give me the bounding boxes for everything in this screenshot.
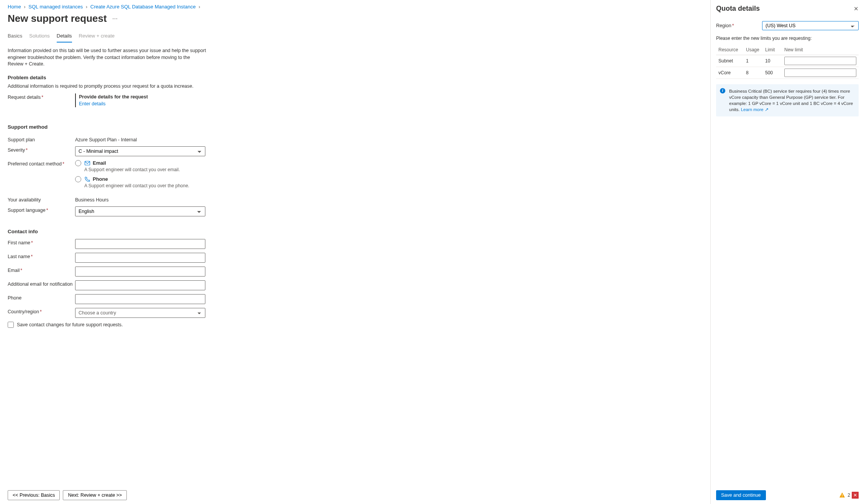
provide-details-text: Provide details for the request bbox=[79, 94, 205, 100]
wizard-footer: << Previous: Basics Next: Review + creat… bbox=[8, 490, 703, 500]
previous-button[interactable]: << Previous: Basics bbox=[8, 490, 60, 500]
support-language-label: Support language* bbox=[8, 206, 75, 213]
page-title: New support request bbox=[8, 13, 107, 25]
table-row: Subnet 1 10 bbox=[716, 55, 859, 67]
next-button[interactable]: Next: Review + create >> bbox=[63, 490, 127, 500]
col-usage: Usage bbox=[744, 45, 763, 55]
availability-label: Your availability bbox=[8, 196, 75, 203]
svg-rect-2 bbox=[842, 496, 843, 497]
quota-details-panel: Quota details ✕ Region* (US) West US Ple… bbox=[711, 0, 864, 504]
learn-more-link[interactable]: Learn more ↗ bbox=[741, 107, 769, 112]
availability-value: Business Hours bbox=[75, 196, 205, 203]
cell-usage: 1 bbox=[744, 55, 763, 67]
close-icon[interactable]: ✕ bbox=[854, 5, 859, 12]
svg-rect-1 bbox=[842, 494, 843, 496]
save-contact-label[interactable]: Save contact changes for future support … bbox=[17, 322, 123, 327]
tab-details[interactable]: Details bbox=[57, 31, 72, 43]
request-details-label: Request details* bbox=[8, 93, 75, 100]
support-plan-label: Support plan bbox=[8, 136, 75, 142]
email-icon bbox=[84, 160, 90, 166]
support-plan-value: Azure Support Plan - Internal bbox=[75, 136, 205, 142]
last-name-input[interactable] bbox=[75, 253, 205, 263]
save-contact-checkbox[interactable] bbox=[8, 322, 14, 328]
support-language-select[interactable]: English bbox=[75, 206, 205, 216]
info-icon: i bbox=[720, 88, 725, 93]
problem-details-sub: Additional information is required to pr… bbox=[8, 83, 703, 89]
phone-input[interactable] bbox=[75, 294, 205, 304]
contact-email-desc: A Support engineer will contact you over… bbox=[84, 167, 205, 172]
tab-solutions[interactable]: Solutions bbox=[29, 31, 49, 43]
contact-phone-label: Phone bbox=[93, 176, 108, 182]
new-limit-vcore-input[interactable] bbox=[784, 69, 856, 77]
save-and-continue-button[interactable]: Save and continue bbox=[716, 490, 766, 500]
more-icon[interactable]: ⋯ bbox=[112, 16, 118, 22]
first-name-input[interactable] bbox=[75, 239, 205, 249]
warning-icon[interactable] bbox=[839, 492, 845, 498]
contact-info-heading: Contact info bbox=[8, 229, 703, 234]
col-newlimit: New limit bbox=[782, 45, 859, 55]
cell-resource: vCore bbox=[716, 67, 744, 79]
problem-details-heading: Problem details bbox=[8, 75, 703, 80]
cell-limit: 10 bbox=[763, 55, 782, 67]
last-name-label: Last name* bbox=[8, 253, 75, 259]
chevron-right-icon: › bbox=[198, 4, 200, 10]
request-details-block: Provide details for the request Enter de… bbox=[75, 93, 205, 107]
chevron-right-icon: › bbox=[86, 4, 87, 10]
breadcrumb-sql-managed-instances[interactable]: SQL managed instances bbox=[28, 4, 83, 10]
email-input[interactable] bbox=[75, 267, 205, 277]
tab-review-create[interactable]: Review + create bbox=[79, 31, 115, 43]
new-limit-subnet-input[interactable] bbox=[784, 57, 856, 65]
additional-email-input[interactable] bbox=[75, 280, 205, 290]
new-limits-instruction: Please enter the new limits you are requ… bbox=[716, 36, 859, 41]
error-icon[interactable]: ✕ bbox=[852, 492, 859, 499]
tab-basics[interactable]: Basics bbox=[8, 31, 22, 43]
intro-text: Information provided on this tab will be… bbox=[8, 47, 207, 68]
status-bar: 2 ✕ bbox=[839, 492, 859, 499]
info-callout: i Business Critical (BC) service tier re… bbox=[716, 84, 859, 116]
cell-usage: 8 bbox=[744, 67, 763, 79]
enter-details-link[interactable]: Enter details bbox=[79, 101, 105, 106]
country-select[interactable]: Choose a country bbox=[75, 308, 205, 318]
contact-email-radio[interactable] bbox=[75, 160, 81, 166]
table-row: vCore 8 500 bbox=[716, 67, 859, 79]
additional-email-label: Additional email for notification bbox=[8, 280, 75, 287]
warning-count: 2 bbox=[848, 493, 850, 498]
severity-select[interactable]: C - Minimal impact bbox=[75, 146, 205, 156]
breadcrumb: Home › SQL managed instances › Create Az… bbox=[8, 4, 703, 10]
support-method-heading: Support method bbox=[8, 124, 703, 130]
cell-resource: Subnet bbox=[716, 55, 744, 67]
phone-label: Phone bbox=[8, 294, 75, 301]
severity-label: Severity* bbox=[8, 146, 75, 153]
col-limit: Limit bbox=[763, 45, 782, 55]
quota-table: Resource Usage Limit New limit Subnet 1 … bbox=[716, 45, 859, 79]
cell-limit: 500 bbox=[763, 67, 782, 79]
first-name-label: First name* bbox=[8, 239, 75, 245]
chevron-right-icon: › bbox=[24, 4, 25, 10]
quota-details-title: Quota details bbox=[716, 5, 760, 13]
phone-icon bbox=[84, 176, 90, 182]
breadcrumb-create-instance[interactable]: Create Azure SQL Database Managed Instan… bbox=[90, 4, 196, 10]
preferred-contact-label: Preferred contact method* bbox=[8, 160, 75, 167]
contact-phone-desc: A Support engineer will contact you over… bbox=[84, 183, 205, 188]
col-resource: Resource bbox=[716, 45, 744, 55]
contact-email-label: Email bbox=[93, 160, 106, 166]
country-label: Country/region* bbox=[8, 308, 75, 314]
contact-phone-radio[interactable] bbox=[75, 176, 81, 182]
breadcrumb-home[interactable]: Home bbox=[8, 4, 21, 10]
region-select[interactable]: (US) West US bbox=[762, 21, 859, 30]
email-label: Email* bbox=[8, 267, 75, 273]
region-label: Region* bbox=[716, 23, 762, 28]
tabs: Basics Solutions Details Review + create bbox=[8, 31, 703, 43]
